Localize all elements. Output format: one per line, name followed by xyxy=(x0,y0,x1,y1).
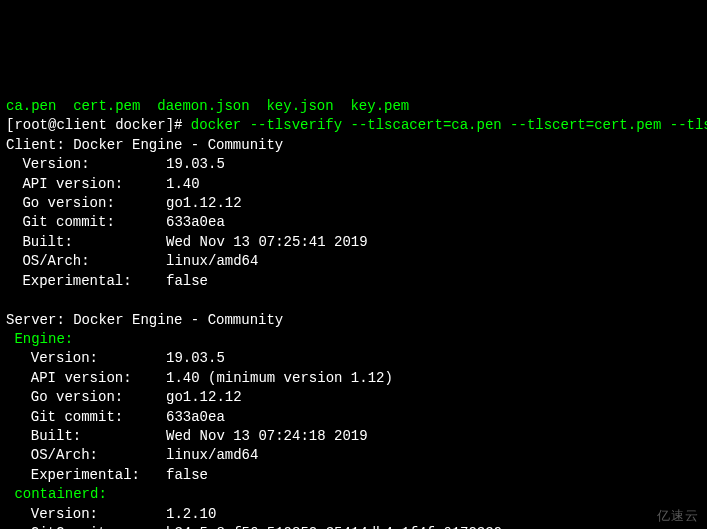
server-git-value: 633a0ea xyxy=(166,409,225,425)
server-api-key: API version: xyxy=(6,369,166,388)
client-built-key: Built: xyxy=(6,233,166,252)
client-os-value: linux/amd64 xyxy=(166,253,258,269)
server-go-value: go1.12.12 xyxy=(166,389,242,405)
server-os-value: linux/amd64 xyxy=(166,447,258,463)
client-api-key: API version: xyxy=(6,175,166,194)
client-go-key: Go version: xyxy=(6,194,166,213)
containerd-version-key: Version: xyxy=(6,505,166,524)
client-git-value: 633a0ea xyxy=(166,214,225,230)
server-version-key: Version: xyxy=(6,349,166,368)
server-exp-key: Experimental: xyxy=(6,466,166,485)
client-built-value: Wed Nov 13 07:25:41 2019 xyxy=(166,234,368,250)
containerd-label: containerd: xyxy=(6,486,107,502)
client-exp-value: false xyxy=(166,273,208,289)
prompt-bracket-close: ]# xyxy=(166,117,191,133)
server-version-value: 19.03.5 xyxy=(166,350,225,366)
command-text: docker --tlsverify --tlscacert=ca.pen --… xyxy=(191,117,707,133)
server-exp-value: false xyxy=(166,467,208,483)
server-git-key: Git commit: xyxy=(6,408,166,427)
client-git-key: Git commit: xyxy=(6,213,166,232)
engine-label: Engine: xyxy=(6,331,73,347)
server-built-key: Built: xyxy=(6,427,166,446)
containerd-git-key: GitCommit: xyxy=(6,524,166,529)
client-go-value: go1.12.12 xyxy=(166,195,242,211)
client-os-key: OS/Arch: xyxy=(6,252,166,271)
server-api-value: 1.40 (minimum version 1.12) xyxy=(166,370,393,386)
client-version-value: 19.03.5 xyxy=(166,156,225,172)
watermark-text: 亿速云 xyxy=(657,506,699,525)
server-os-key: OS/Arch: xyxy=(6,446,166,465)
client-api-value: 1.40 xyxy=(166,176,200,192)
client-version-key: Version: xyxy=(6,155,166,174)
cloud-icon xyxy=(625,506,653,524)
server-header: Server: Docker Engine - Community xyxy=(6,312,283,328)
containerd-git-value: b34a5c8af56e510852c35414db4c1f4fa6172339 xyxy=(166,525,502,529)
prompt-userhost: root@client docker xyxy=(14,117,165,133)
containerd-version-value: 1.2.10 xyxy=(166,506,216,522)
terminal-output[interactable]: ca.pen cert.pem daemon.json key.json key… xyxy=(0,78,707,529)
server-go-key: Go version: xyxy=(6,388,166,407)
ls-output-line: ca.pen cert.pem daemon.json key.json key… xyxy=(6,98,409,114)
client-header: Client: Docker Engine - Community xyxy=(6,137,283,153)
server-built-value: Wed Nov 13 07:24:18 2019 xyxy=(166,428,368,444)
client-exp-key: Experimental: xyxy=(6,272,166,291)
watermark: 亿速云 xyxy=(625,506,699,525)
